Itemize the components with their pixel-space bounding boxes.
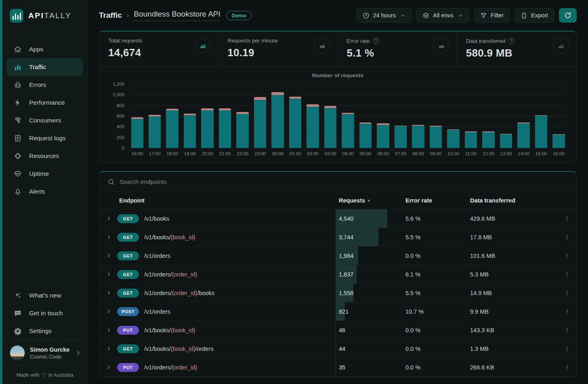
apitally-logo[interactable]: APITALLY [2, 0, 87, 23]
bar-19:00[interactable] [184, 114, 196, 148]
bar-14:00[interactable] [517, 122, 529, 148]
column-requests[interactable]: Requests ▾ [336, 197, 402, 204]
endpoint-path[interactable]: /v1/orders/{order_id} [144, 364, 197, 371]
bar-02:00[interactable] [307, 104, 319, 148]
export-csv-button[interactable]: csv Export [514, 8, 554, 23]
expand-row-icon[interactable] [106, 327, 112, 333]
bar-21:00[interactable] [219, 108, 231, 148]
expand-row-icon[interactable] [106, 346, 112, 352]
endpoint-path[interactable]: /v1/books/{book_id} [144, 234, 195, 241]
row-actions-button[interactable] [558, 358, 576, 376]
bar-10:00[interactable] [447, 129, 459, 148]
column-data-transferred[interactable]: Data transferred [467, 197, 558, 204]
row-actions-button[interactable] [558, 284, 576, 302]
made-with-love: Made with ♡ in Australia [2, 365, 87, 384]
bar-17:00[interactable] [149, 115, 161, 148]
expand-row-icon[interactable] [106, 271, 112, 277]
row-actions-button[interactable] [558, 321, 576, 339]
sidebar-item-errors[interactable]: Errors [2, 76, 87, 94]
sidebar-item-traffic[interactable]: Traffic [6, 58, 83, 76]
expand-row-icon[interactable] [106, 364, 112, 370]
area-chart-icon[interactable] [433, 37, 449, 53]
row-actions-button[interactable] [558, 265, 576, 283]
sidebar-item-resources[interactable]: Resources [2, 147, 87, 165]
sidebar-item-label: Consumers [29, 117, 61, 124]
row-actions-button[interactable] [558, 340, 576, 358]
user-menu[interactable]: Simon Gurcke Cosmic Code [2, 340, 87, 365]
filter-button[interactable]: Filter [474, 8, 510, 23]
column-error-rate[interactable]: Error rate [402, 197, 467, 204]
bar-16:00[interactable] [131, 117, 143, 148]
area-chart-icon[interactable] [314, 37, 330, 53]
endpoint-path[interactable]: /v1/orders/{order_id} [144, 271, 197, 278]
expand-row-icon[interactable] [106, 234, 112, 240]
bar-slot [234, 84, 251, 148]
bar-13:00[interactable] [500, 134, 512, 148]
x-tick-label: 00:00 [269, 151, 286, 156]
sidebar-item-consumers[interactable]: Consumers [2, 112, 87, 129]
bar-01:00[interactable] [289, 97, 301, 148]
endpoint-path[interactable]: /v1/books/{book_id}/orders [144, 346, 214, 352]
endpoint-path[interactable]: /v1/orders/{order_id}/books [144, 290, 214, 296]
bar-09:00[interactable] [430, 126, 442, 148]
sidebar-item-request-logs[interactable]: Request logs [2, 129, 87, 147]
sidebar-item-label: Get in touch [29, 310, 63, 317]
row-actions-button[interactable] [558, 209, 576, 228]
help-icon[interactable]: ? [508, 38, 514, 44]
bar-23:00[interactable] [254, 97, 266, 148]
bar-00:00[interactable] [271, 92, 284, 148]
bar-20:00[interactable] [201, 108, 213, 148]
sidebar-item-what-s-new[interactable]: What's new [2, 287, 87, 304]
endpoint-path[interactable]: /v1/orders [144, 253, 170, 259]
endpoint-path[interactable]: /v1/orders [144, 308, 170, 315]
env-dropdown[interactable]: All envs [416, 8, 469, 23]
bar-08:00[interactable] [412, 125, 424, 148]
search-endpoints-input[interactable] [120, 178, 568, 185]
sidebar-item-apps[interactable]: Apps [2, 40, 87, 58]
sidebar-item-performance[interactable]: Performance [2, 94, 87, 112]
error-rate-value: 5.6 % [402, 209, 467, 228]
row-actions-button[interactable] [558, 228, 576, 246]
bar-success-segment [412, 126, 424, 148]
sidebar-item-settings[interactable]: Settings [2, 322, 87, 340]
chart-plot-area [128, 84, 567, 148]
bar-error-segment [254, 97, 266, 100]
help-icon[interactable]: ? [373, 38, 379, 44]
bar-15:00[interactable] [535, 115, 547, 148]
expand-row-icon[interactable] [106, 290, 112, 296]
bar-18:00[interactable] [166, 109, 178, 148]
row-actions-button[interactable] [558, 302, 576, 321]
bar-07:00[interactable] [395, 126, 407, 148]
bar-22:00[interactable] [236, 112, 248, 148]
bar-12:00[interactable] [482, 131, 494, 148]
bar-04:00[interactable] [342, 113, 354, 148]
sidebar-item-get-in-touch[interactable]: Get in touch [2, 304, 87, 322]
breadcrumb-app-selector[interactable]: Boundless Bookstore API [134, 10, 220, 21]
bar-16:00[interactable] [552, 134, 565, 148]
refresh-button[interactable] [559, 8, 577, 23]
time-range-dropdown[interactable]: 24 hours [357, 8, 412, 23]
data-transferred-value: 14.9 MB [467, 284, 558, 302]
sidebar-item-label: Apps [29, 46, 43, 53]
x-tick-label: 23:00 [251, 151, 269, 156]
sidebar-item-alerts[interactable]: Alerts [2, 183, 87, 200]
bar-05:00[interactable] [359, 122, 372, 148]
bar-slot [321, 84, 339, 148]
sidebar-item-uptime[interactable]: Uptime [2, 165, 87, 183]
bar-chart-icon[interactable] [553, 37, 569, 53]
expand-row-icon[interactable] [106, 215, 112, 222]
bar-11:00[interactable] [465, 131, 477, 148]
requests-value: 46 [336, 327, 345, 333]
bar-06:00[interactable] [377, 123, 389, 148]
expand-row-icon[interactable] [106, 308, 112, 314]
bar-03:00[interactable] [324, 106, 336, 148]
bar-chart-icon[interactable] [195, 37, 211, 53]
endpoint-path[interactable]: /v1/books/{book_id} [144, 327, 195, 333]
row-actions-button[interactable] [558, 247, 576, 265]
breadcrumb-traffic[interactable]: Traffic [99, 11, 122, 20]
endpoint-path[interactable]: /v1/books [144, 215, 169, 222]
expand-row-icon[interactable] [106, 253, 112, 259]
x-tick-label: 17:00 [146, 151, 163, 156]
bar-success-segment [535, 116, 547, 148]
bar-success-segment [254, 100, 266, 148]
